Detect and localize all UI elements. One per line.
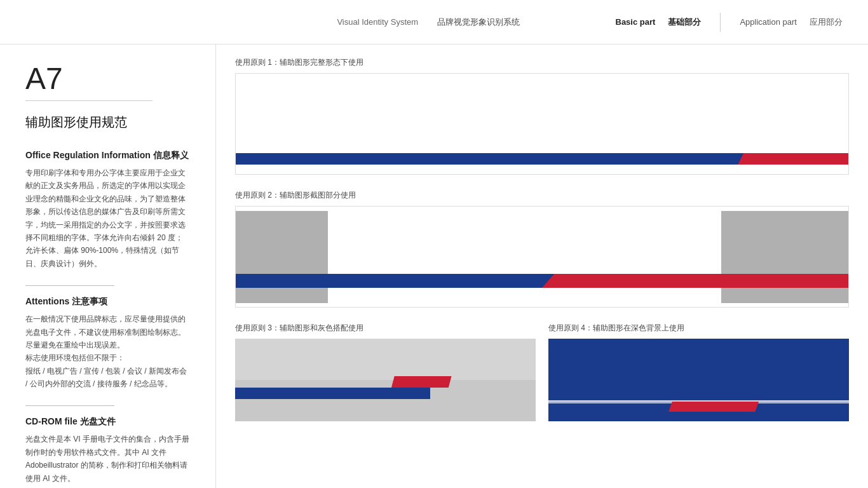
header: Visual Identity System 品牌视觉形象识别系统 Basic …: [0, 0, 868, 44]
rule1-label: 使用原则 1：辅助图形完整形态下使用: [235, 57, 849, 68]
rule1-graphic: [236, 136, 848, 174]
section3-title: CD-ROM file 光盘文件: [25, 416, 190, 428]
brand-label: 品牌视觉形象识别系统: [437, 17, 520, 28]
rule2-grey-left: [236, 211, 328, 303]
section1-title: Office Regulation Information 信息释义: [25, 150, 190, 161]
app-part-cn: 应用部分: [810, 17, 843, 28]
rule4-box: [548, 339, 849, 421]
sidebar-section-1: Office Regulation Information 信息释义 专用印刷字…: [25, 150, 190, 270]
header-right: Basic part 基础部分 Application part 应用部分: [616, 13, 843, 32]
rule1-section: 使用原则 1：辅助图形完整形态下使用: [235, 57, 849, 175]
sidebar: A7 辅助图形使用规范 Office Regulation Informatio…: [0, 44, 216, 488]
vi-label: Visual Identity System: [337, 17, 418, 27]
rule1-red-bar: [738, 153, 848, 165]
rule3-section: 使用原则 3：辅助图形和灰色搭配使用: [235, 323, 536, 421]
basic-part-en: Basic part: [616, 17, 656, 27]
rule3-label: 使用原则 3：辅助图形和灰色搭配使用: [235, 323, 536, 334]
sidebar-divider-2: [25, 405, 114, 406]
layout: A7 辅助图形使用规范 Office Regulation Informatio…: [0, 44, 868, 488]
rule3-white-area: [235, 339, 536, 380]
rule4-red-bar: [668, 402, 759, 412]
header-center: Visual Identity System 品牌视觉形象识别系统: [241, 17, 616, 28]
rule3-box: [235, 339, 536, 421]
rule2-red-bar: [542, 274, 848, 288]
sidebar-section-2: Attentions 注意事项 在一般情况下使用品牌标志，应尽量使用提供的光盘电…: [25, 296, 190, 390]
rule2-section: 使用原则 2：辅助图形截图部分使用: [235, 190, 849, 308]
rule2-label: 使用原则 2：辅助图形截图部分使用: [235, 190, 849, 201]
sidebar-section-3: CD-ROM file 光盘文件 光盘文件是本 VI 手册电子文件的集合，内含手…: [25, 416, 190, 485]
sidebar-divider-1: [25, 285, 114, 286]
section2-text3: 报纸 / 电视广告 / 宣传 / 包装 / 会议 / 新闻发布会 / 公司内外部…: [25, 365, 190, 391]
sidebar-title: 辅助图形使用规范: [25, 114, 190, 131]
app-part-en: Application part: [740, 17, 797, 27]
section2-text1: 在一般情况下使用品牌标志，应尽量使用提供的光盘电子文件，不建议使用标准制图绘制标…: [25, 313, 190, 351]
section1-text: 专用印刷字体和专用办公字体主要应用于企业文献的正文及实务用品，所选定的字体用以实…: [25, 166, 190, 270]
rule3-red-element: [391, 376, 452, 388]
sidebar-top-divider: [25, 100, 153, 101]
rule1-blue-bar: [236, 153, 756, 165]
basic-part-cn: 基础部分: [668, 17, 701, 28]
main-content: 使用原则 1：辅助图形完整形态下使用 使用原则 2：辅助图形截图部分使用: [216, 44, 868, 488]
rule4-label: 使用原则 4：辅助图形在深色背景上使用: [548, 323, 849, 334]
rule4-white-stripe2: [548, 400, 849, 402]
header-divider: [720, 13, 721, 32]
section3-text: 光盘文件是本 VI 手册电子文件的集合，内含手册制作时的专用软件格式文件。其中 …: [25, 433, 190, 485]
section2-text2: 标志使用环境包括但不限于：: [25, 351, 190, 364]
section2-title: Attentions 注意事项: [25, 296, 190, 308]
rule4-section: 使用原则 4：辅助图形在深色背景上使用: [548, 323, 849, 421]
rule3-blue-bar: [235, 388, 430, 399]
rule2-grey-right: [721, 211, 848, 303]
bottom-rules: 使用原则 3：辅助图形和灰色搭配使用 使用原则 4：辅助图形在深色背景上使用: [235, 323, 849, 421]
rule2-box: [235, 206, 849, 308]
rule1-box: [235, 73, 849, 175]
page-number: A7: [25, 64, 190, 94]
